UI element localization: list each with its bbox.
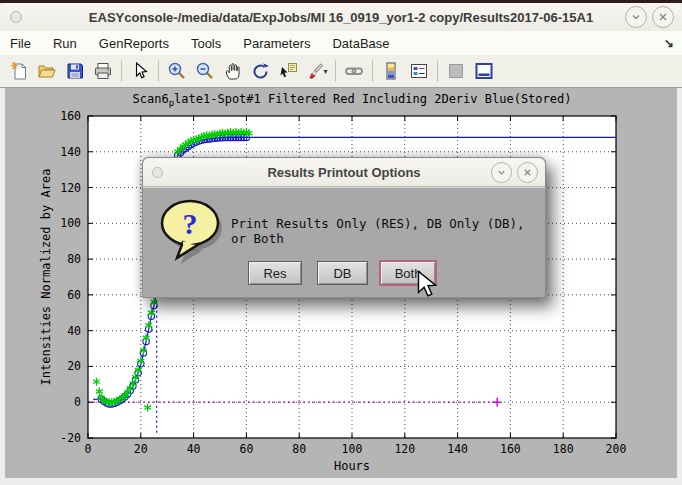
window-titlebar: EASYconsole-/media/data/ExpJobs/MI 16_09… [0,3,682,32]
close-icon [658,12,668,22]
pointer-button[interactable] [126,57,154,85]
close-button[interactable] [652,6,674,28]
toolbar-separator [121,60,122,82]
data-cursor-button[interactable] [275,57,303,85]
colorbar-icon [381,61,401,81]
question-icon: ? [157,196,229,270]
svg-text:?: ? [183,207,198,240]
y-axis-label: Intensities Normalized by Area [39,169,53,386]
printer-icon [93,61,113,81]
both-button[interactable]: Both [379,260,437,286]
dialog-window-menu-icon[interactable] [152,167,163,178]
db-button[interactable]: DB [317,261,368,285]
dialog-body: ? Print Results Only (RES), DB Only (DB)… [143,187,545,297]
plot-tools-on-icon [474,61,494,81]
menu-parameters[interactable]: Parameters [243,33,322,54]
pointer-icon [130,61,150,81]
app-window: EASYconsole-/media/data/ExpJobs/MI 16_09… [0,0,682,485]
res-button[interactable]: Res [248,261,302,285]
show-plot-tools-button[interactable] [470,57,498,85]
minimize-button[interactable] [625,6,647,28]
chevron-down-icon [631,12,641,22]
toolbar-separator [372,60,373,82]
plot-title: Scan6plate1-Spot#1 Filtered Red Includin… [88,92,616,108]
zoom-in-button[interactable] [163,57,191,85]
data-cursor-icon [279,61,299,81]
chevron-down-icon [497,168,506,177]
toolbar-separator [335,60,336,82]
save-icon [65,61,85,81]
dialog-title: Results Printout Options [143,165,545,180]
dialog-minimize-button[interactable] [491,162,512,183]
x-axis-label: Hours [88,459,616,473]
menu-genreports[interactable]: GenReports [99,33,181,54]
rotate-icon [251,61,271,81]
save-figure-button[interactable] [61,57,89,85]
menu-run[interactable]: Run [53,33,89,54]
menu-database[interactable]: DataBase [332,33,401,54]
open-file-button[interactable] [33,57,61,85]
menubar: File Run GenReports Tools Parameters Dat… [0,31,682,55]
open-folder-icon [37,61,57,81]
new-document-icon [9,61,29,81]
toolbar: ▾ [0,55,682,88]
dock-arrow-icon[interactable]: ↘ [664,36,674,50]
dialog-close-button[interactable] [517,162,538,183]
window-menu-icon[interactable] [10,11,22,23]
toolbar-separator [437,60,438,82]
insert-colorbar-button[interactable] [377,57,405,85]
brush-button[interactable]: ▾ [303,57,331,85]
hide-plot-tools-button[interactable] [442,57,470,85]
new-figure-button[interactable] [5,57,33,85]
pan-button[interactable] [219,57,247,85]
menu-tools[interactable]: Tools [191,33,233,54]
print-figure-button[interactable] [89,57,117,85]
dialog-message: Print Results Only (RES), DB Only (DB), … [231,216,541,246]
toolbar-separator [158,60,159,82]
dialog-titlebar[interactable]: Results Printout Options [143,158,545,187]
link-icon [344,61,364,81]
legend-icon [409,61,429,81]
zoom-out-button[interactable] [191,57,219,85]
menu-file[interactable]: File [10,33,43,54]
window-title: EASYconsole-/media/data/ExpJobs/MI 16_09… [0,10,682,25]
insert-legend-button[interactable] [405,57,433,85]
plot-tools-off-icon [446,61,466,81]
close-icon [523,168,532,177]
zoom-out-icon [195,61,215,81]
brush-dropdown-caret[interactable]: ▾ [323,67,327,76]
link-plots-button[interactable] [340,57,368,85]
results-printout-dialog: Results Printout Options ? Print Results… [142,157,546,298]
rotate-3d-button[interactable] [247,57,275,85]
hand-icon [223,61,243,81]
zoom-in-icon [167,61,187,81]
